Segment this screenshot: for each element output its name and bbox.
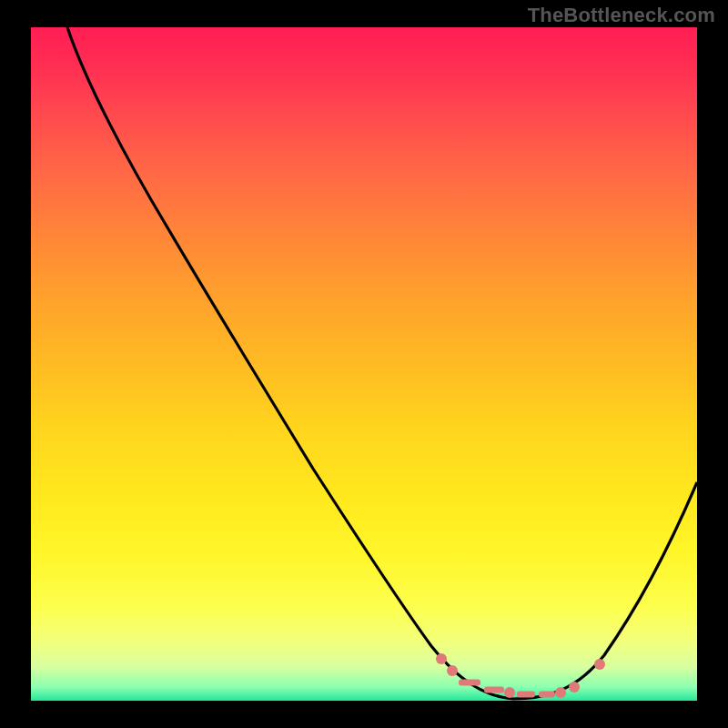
marker-dot	[436, 653, 447, 664]
watermark-label: TheBottleneck.com	[528, 4, 715, 27]
marker-dot	[594, 659, 605, 670]
minimum-zone-markers	[31, 27, 697, 701]
marker-dash	[484, 687, 504, 693]
marker-dot	[447, 665, 458, 676]
marker-dot	[569, 682, 580, 693]
chart-root: TheBottleneck.com	[0, 0, 728, 728]
marker-dash	[517, 692, 535, 698]
marker-dash	[459, 680, 480, 686]
marker-dot	[504, 687, 515, 698]
marker-dot	[555, 687, 566, 698]
plot-area	[31, 27, 697, 701]
marker-dash	[539, 692, 555, 698]
